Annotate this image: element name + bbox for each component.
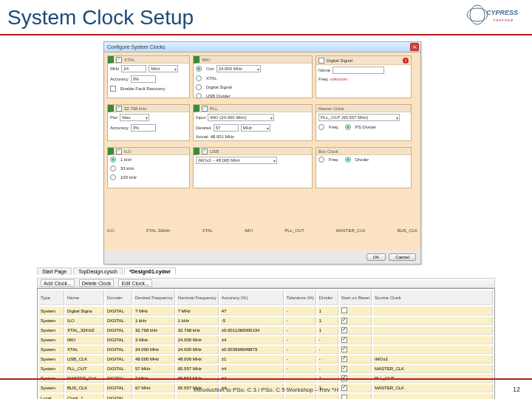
- delete-clock-button[interactable]: Delete Clock: [79, 279, 115, 287]
- pll-input-dd[interactable]: IMO (24.000 MHz): [208, 114, 274, 121]
- start-checkbox[interactable]: [341, 307, 347, 313]
- cell-div: -: [318, 365, 338, 373]
- clock-tree-labels: ILOXTAL 32kHzXTALIMOPLL_OUTMASTER_CLKBUS…: [107, 228, 417, 233]
- start-checkbox[interactable]: [341, 337, 347, 343]
- cell-src: [373, 336, 493, 344]
- cell-start[interactable]: [340, 317, 372, 325]
- cell-des: [134, 394, 175, 399]
- xtal-enable-check[interactable]: [116, 57, 122, 63]
- dsig-enable-check[interactable]: [318, 58, 324, 64]
- cell-des: 1 kHz: [134, 317, 175, 325]
- cell-start[interactable]: [340, 346, 372, 354]
- usb-src-dd[interactable]: IMOx2 – 48.000 MHz: [196, 157, 277, 164]
- cell-start[interactable]: [340, 307, 372, 316]
- cell-des: 57 MHz: [134, 365, 175, 373]
- imo-osc-radio[interactable]: [196, 66, 202, 72]
- cell-nom: 1 kHz: [177, 317, 219, 325]
- ilo-100k-radio[interactable]: [110, 174, 116, 180]
- cell-div: [318, 394, 338, 399]
- dsig-name-input[interactable]: [332, 66, 384, 74]
- cell-type: System: [39, 346, 64, 354]
- cell-div: -: [318, 336, 338, 344]
- master-src-dd[interactable]: PLL_OUT (65.557 MHz): [318, 114, 400, 121]
- panel-32k: 32.768 kHz Pwr Max Accuracy 0%: [107, 104, 190, 141]
- usb-enable-check[interactable]: [202, 149, 208, 154]
- edit-clock-button[interactable]: Edit Clock...: [118, 279, 151, 287]
- clock-toolbar: Add Clock... Delete Clock Edit Clock...: [37, 278, 495, 288]
- cell-tol: -: [285, 307, 316, 316]
- imo-xtal-radio[interactable]: [196, 75, 202, 81]
- cypress-logo: CYPRESSPERFORM: [464, 4, 523, 27]
- add-clock-button[interactable]: Add Clock...: [41, 279, 75, 287]
- cell-domain: DIGITAL: [106, 346, 132, 354]
- tab-start[interactable]: Start Page: [37, 267, 72, 275]
- col-domain[interactable]: Domain: [106, 290, 132, 305]
- pll-unit-dd[interactable]: MHz: [241, 124, 270, 132]
- 32k-enable-check[interactable]: [116, 106, 122, 112]
- xtal-fault-check[interactable]: [110, 86, 116, 92]
- start-checkbox[interactable]: [341, 395, 347, 399]
- ilo-enable-check[interactable]: [116, 149, 122, 154]
- imo-osc-dd[interactable]: 24.000 MHz: [216, 65, 261, 72]
- pll-enable-check[interactable]: [202, 106, 208, 112]
- start-checkbox[interactable]: [341, 347, 347, 352]
- imo-usb-radio[interactable]: [196, 93, 202, 99]
- cell-start[interactable]: [340, 336, 372, 344]
- col-divider[interactable]: Divider: [318, 290, 338, 305]
- dialog-titlebar[interactable]: Configure System Clocks ×: [104, 42, 420, 52]
- col-type[interactable]: Type: [39, 290, 64, 305]
- cancel-button[interactable]: Cancel: [389, 253, 416, 261]
- table-row[interactable]: SystemUSB_CLKDIGITAL48.000 MHz48.000 MHz…: [39, 355, 493, 364]
- table-row[interactable]: LocalClock_1DIGITAL: [39, 394, 493, 399]
- xtal-freq-input[interactable]: 24: [121, 65, 146, 72]
- cell-nom: 32.768 kHz: [177, 327, 219, 335]
- tab-cydwr[interactable]: *Design01.cydwr: [124, 267, 176, 275]
- cell-tol: -: [285, 355, 316, 364]
- xtal-unit-dd[interactable]: MHz: [149, 65, 178, 72]
- cell-start[interactable]: [340, 365, 372, 373]
- start-checkbox[interactable]: [341, 318, 347, 324]
- cell-src: [373, 317, 493, 325]
- table-row[interactable]: SystemILODIGITAL1 kHz1 kHz-5-1: [39, 317, 493, 325]
- col-source[interactable]: Source Clock: [373, 290, 493, 305]
- error-icon: !: [403, 58, 409, 64]
- master-freq-radio[interactable]: [318, 124, 324, 130]
- col-name[interactable]: Name: [66, 290, 104, 305]
- close-icon[interactable]: ×: [410, 43, 419, 51]
- ilo-33k-radio[interactable]: [110, 166, 116, 171]
- 32k-pwr-dd[interactable]: Max: [120, 114, 149, 121]
- 32k-acc-input[interactable]: 0%: [131, 124, 156, 132]
- start-checkbox[interactable]: [341, 356, 347, 362]
- col-accuracy[interactable]: Accuracy (%): [220, 290, 284, 305]
- cell-type: Local: [39, 394, 64, 399]
- col-desired[interactable]: Desired Frequency: [134, 290, 175, 305]
- cell-start[interactable]: [340, 355, 372, 364]
- bus-freq-radio[interactable]: [318, 157, 324, 163]
- start-checkbox[interactable]: [341, 327, 347, 333]
- table-row[interactable]: SystemXTAL_32KHZDIGITAL32.768 kHz32.768 …: [39, 327, 493, 335]
- table-row[interactable]: SystemIMODIGITAL3 MHz24.000 MHz±4--: [39, 336, 493, 344]
- table-row[interactable]: SystemPLL_OUTDIGITAL57 MHz65.557 MHz±4--…: [39, 365, 493, 373]
- clock-config-dialog: Configure System Clocks × XTAL MHz 24 MH…: [103, 41, 421, 265]
- cell-type: System: [39, 355, 64, 364]
- table-row[interactable]: SystemXTALDIGITAL24.000 MHz24.000 MHz±0.…: [39, 346, 493, 354]
- cell-start[interactable]: [340, 394, 372, 399]
- imo-dsig-radio[interactable]: [196, 84, 202, 90]
- ilo-1k-radio[interactable]: [110, 157, 116, 163]
- cell-start[interactable]: [340, 327, 372, 335]
- cell-name: IMO: [66, 336, 104, 344]
- start-checkbox[interactable]: [341, 366, 347, 372]
- pll-desired-input[interactable]: 57: [214, 124, 239, 132]
- xtal-acc-input[interactable]: 0%: [131, 75, 156, 83]
- ok-button[interactable]: OK: [366, 253, 386, 261]
- table-row[interactable]: SystemDigital SignaDIGITAL? MHz? MHz47-1: [39, 307, 493, 316]
- bus-div-radio[interactable]: [345, 157, 351, 163]
- col-start[interactable]: Start on Reset: [340, 290, 372, 305]
- pll-actual-value: 48.001 MHz: [211, 134, 234, 139]
- tab-topdesign[interactable]: TopDesign.cysch: [73, 267, 123, 275]
- col-tolerance[interactable]: Tolerance (%): [285, 290, 316, 305]
- cell-type: System: [39, 317, 64, 325]
- col-nominal[interactable]: Nominal Frequency: [177, 290, 219, 305]
- cell-domain: DIGITAL: [106, 394, 132, 399]
- master-div-radio[interactable]: [345, 124, 351, 130]
